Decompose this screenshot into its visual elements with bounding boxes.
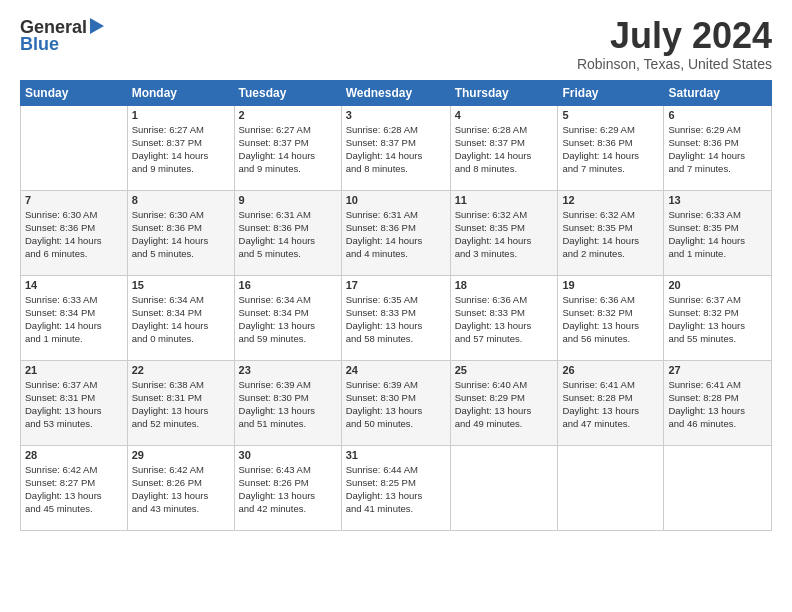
day-number: 23 [239, 364, 337, 376]
table-row: 14Sunrise: 6:33 AMSunset: 8:34 PMDayligh… [21, 275, 128, 360]
day-number: 21 [25, 364, 123, 376]
col-monday: Monday [127, 80, 234, 105]
logo-arrow-icon [90, 18, 104, 38]
page: General Blue July 2024 Robinson, Texas, … [0, 0, 792, 612]
day-number: 1 [132, 109, 230, 121]
day-info: Sunrise: 6:29 AMSunset: 8:36 PMDaylight:… [562, 123, 659, 176]
day-info: Sunrise: 6:31 AMSunset: 8:36 PMDaylight:… [346, 208, 446, 261]
day-info: Sunrise: 6:33 AMSunset: 8:35 PMDaylight:… [668, 208, 767, 261]
table-row: 20Sunrise: 6:37 AMSunset: 8:32 PMDayligh… [664, 275, 772, 360]
day-number: 29 [132, 449, 230, 461]
table-row: 11Sunrise: 6:32 AMSunset: 8:35 PMDayligh… [450, 190, 558, 275]
day-info: Sunrise: 6:42 AMSunset: 8:27 PMDaylight:… [25, 463, 123, 516]
calendar-week-row: 21Sunrise: 6:37 AMSunset: 8:31 PMDayligh… [21, 360, 772, 445]
day-number: 7 [25, 194, 123, 206]
day-info: Sunrise: 6:34 AMSunset: 8:34 PMDaylight:… [132, 293, 230, 346]
table-row: 4Sunrise: 6:28 AMSunset: 8:37 PMDaylight… [450, 105, 558, 190]
day-info: Sunrise: 6:31 AMSunset: 8:36 PMDaylight:… [239, 208, 337, 261]
calendar-week-row: 14Sunrise: 6:33 AMSunset: 8:34 PMDayligh… [21, 275, 772, 360]
table-row: 6Sunrise: 6:29 AMSunset: 8:36 PMDaylight… [664, 105, 772, 190]
day-number: 5 [562, 109, 659, 121]
table-row: 5Sunrise: 6:29 AMSunset: 8:36 PMDaylight… [558, 105, 664, 190]
col-saturday: Saturday [664, 80, 772, 105]
table-row: 16Sunrise: 6:34 AMSunset: 8:34 PMDayligh… [234, 275, 341, 360]
day-number: 8 [132, 194, 230, 206]
table-row: 31Sunrise: 6:44 AMSunset: 8:25 PMDayligh… [341, 445, 450, 530]
table-row [21, 105, 128, 190]
day-info: Sunrise: 6:30 AMSunset: 8:36 PMDaylight:… [25, 208, 123, 261]
day-info: Sunrise: 6:27 AMSunset: 8:37 PMDaylight:… [132, 123, 230, 176]
day-number: 10 [346, 194, 446, 206]
day-info: Sunrise: 6:44 AMSunset: 8:25 PMDaylight:… [346, 463, 446, 516]
col-tuesday: Tuesday [234, 80, 341, 105]
table-row: 24Sunrise: 6:39 AMSunset: 8:30 PMDayligh… [341, 360, 450, 445]
table-row [664, 445, 772, 530]
table-row: 30Sunrise: 6:43 AMSunset: 8:26 PMDayligh… [234, 445, 341, 530]
day-number: 20 [668, 279, 767, 291]
table-row: 8Sunrise: 6:30 AMSunset: 8:36 PMDaylight… [127, 190, 234, 275]
day-number: 6 [668, 109, 767, 121]
table-row: 23Sunrise: 6:39 AMSunset: 8:30 PMDayligh… [234, 360, 341, 445]
table-row: 3Sunrise: 6:28 AMSunset: 8:37 PMDaylight… [341, 105, 450, 190]
day-number: 15 [132, 279, 230, 291]
day-info: Sunrise: 6:35 AMSunset: 8:33 PMDaylight:… [346, 293, 446, 346]
location: Robinson, Texas, United States [577, 56, 772, 72]
day-info: Sunrise: 6:37 AMSunset: 8:32 PMDaylight:… [668, 293, 767, 346]
table-row [558, 445, 664, 530]
table-row: 17Sunrise: 6:35 AMSunset: 8:33 PMDayligh… [341, 275, 450, 360]
table-row: 9Sunrise: 6:31 AMSunset: 8:36 PMDaylight… [234, 190, 341, 275]
col-wednesday: Wednesday [341, 80, 450, 105]
table-row: 25Sunrise: 6:40 AMSunset: 8:29 PMDayligh… [450, 360, 558, 445]
calendar-week-row: 1Sunrise: 6:27 AMSunset: 8:37 PMDaylight… [21, 105, 772, 190]
table-row: 21Sunrise: 6:37 AMSunset: 8:31 PMDayligh… [21, 360, 128, 445]
day-info: Sunrise: 6:43 AMSunset: 8:26 PMDaylight:… [239, 463, 337, 516]
svg-marker-0 [90, 18, 104, 34]
table-row [450, 445, 558, 530]
day-number: 22 [132, 364, 230, 376]
day-number: 17 [346, 279, 446, 291]
day-info: Sunrise: 6:39 AMSunset: 8:30 PMDaylight:… [239, 378, 337, 431]
day-number: 11 [455, 194, 554, 206]
col-sunday: Sunday [21, 80, 128, 105]
table-row: 22Sunrise: 6:38 AMSunset: 8:31 PMDayligh… [127, 360, 234, 445]
day-info: Sunrise: 6:28 AMSunset: 8:37 PMDaylight:… [346, 123, 446, 176]
day-info: Sunrise: 6:34 AMSunset: 8:34 PMDaylight:… [239, 293, 337, 346]
day-info: Sunrise: 6:36 AMSunset: 8:33 PMDaylight:… [455, 293, 554, 346]
calendar-week-row: 7Sunrise: 6:30 AMSunset: 8:36 PMDaylight… [21, 190, 772, 275]
calendar-header-row: Sunday Monday Tuesday Wednesday Thursday… [21, 80, 772, 105]
day-info: Sunrise: 6:38 AMSunset: 8:31 PMDaylight:… [132, 378, 230, 431]
table-row: 15Sunrise: 6:34 AMSunset: 8:34 PMDayligh… [127, 275, 234, 360]
day-info: Sunrise: 6:32 AMSunset: 8:35 PMDaylight:… [562, 208, 659, 261]
day-info: Sunrise: 6:29 AMSunset: 8:36 PMDaylight:… [668, 123, 767, 176]
table-row: 13Sunrise: 6:33 AMSunset: 8:35 PMDayligh… [664, 190, 772, 275]
day-number: 3 [346, 109, 446, 121]
table-row: 19Sunrise: 6:36 AMSunset: 8:32 PMDayligh… [558, 275, 664, 360]
col-thursday: Thursday [450, 80, 558, 105]
day-number: 31 [346, 449, 446, 461]
day-info: Sunrise: 6:41 AMSunset: 8:28 PMDaylight:… [562, 378, 659, 431]
day-number: 12 [562, 194, 659, 206]
day-number: 14 [25, 279, 123, 291]
day-info: Sunrise: 6:27 AMSunset: 8:37 PMDaylight:… [239, 123, 337, 176]
logo-blue-text: Blue [20, 34, 59, 55]
day-info: Sunrise: 6:36 AMSunset: 8:32 PMDaylight:… [562, 293, 659, 346]
table-row: 27Sunrise: 6:41 AMSunset: 8:28 PMDayligh… [664, 360, 772, 445]
table-row: 10Sunrise: 6:31 AMSunset: 8:36 PMDayligh… [341, 190, 450, 275]
title-area: July 2024 Robinson, Texas, United States [577, 16, 772, 72]
day-info: Sunrise: 6:28 AMSunset: 8:37 PMDaylight:… [455, 123, 554, 176]
day-number: 16 [239, 279, 337, 291]
day-info: Sunrise: 6:30 AMSunset: 8:36 PMDaylight:… [132, 208, 230, 261]
day-number: 2 [239, 109, 337, 121]
day-number: 24 [346, 364, 446, 376]
day-info: Sunrise: 6:37 AMSunset: 8:31 PMDaylight:… [25, 378, 123, 431]
table-row: 1Sunrise: 6:27 AMSunset: 8:37 PMDaylight… [127, 105, 234, 190]
table-row: 12Sunrise: 6:32 AMSunset: 8:35 PMDayligh… [558, 190, 664, 275]
table-row: 28Sunrise: 6:42 AMSunset: 8:27 PMDayligh… [21, 445, 128, 530]
header: General Blue July 2024 Robinson, Texas, … [20, 16, 772, 72]
day-number: 30 [239, 449, 337, 461]
day-number: 9 [239, 194, 337, 206]
day-number: 28 [25, 449, 123, 461]
day-info: Sunrise: 6:32 AMSunset: 8:35 PMDaylight:… [455, 208, 554, 261]
table-row: 18Sunrise: 6:36 AMSunset: 8:33 PMDayligh… [450, 275, 558, 360]
day-info: Sunrise: 6:33 AMSunset: 8:34 PMDaylight:… [25, 293, 123, 346]
